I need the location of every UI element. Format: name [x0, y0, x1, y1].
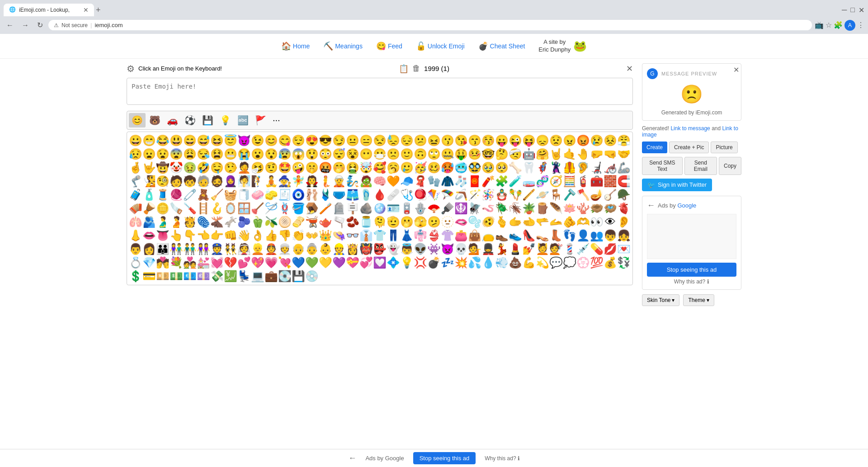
emoji-cell[interactable]: 🤬	[319, 161, 332, 175]
emoji-cell[interactable]: 🪞	[224, 202, 237, 215]
emoji-cell[interactable]: 💮	[576, 256, 590, 269]
emoji-cell[interactable]: 🪕	[604, 188, 617, 202]
emoji-cell[interactable]: 🩴	[359, 188, 373, 202]
emoji-cell[interactable]: 🤮	[346, 161, 359, 175]
emoji-cell[interactable]: 🧱	[604, 175, 617, 188]
emoji-cell[interactable]: 🧣	[414, 175, 427, 188]
emoji-cell[interactable]: 🪚	[170, 202, 183, 215]
emoji-cell[interactable]: 😍	[305, 134, 319, 147]
emoji-cell[interactable]: 🪨	[359, 202, 373, 215]
emoji-cell[interactable]: 🪟	[237, 202, 251, 215]
emoji-cell[interactable]: 🫂	[142, 215, 156, 229]
nav-cheat-sheet[interactable]: 💣 Cheat Sheet	[478, 41, 525, 51]
emoji-cell[interactable]: 🧥	[441, 175, 454, 188]
emoji-cell[interactable]: 😢	[590, 134, 604, 147]
emoji-cell[interactable]: 🫥	[441, 215, 454, 229]
emoji-cell[interactable]: 🤨	[264, 161, 278, 175]
emoji-cell[interactable]: 🦴	[509, 161, 522, 175]
emoji-cell[interactable]: 🙁	[387, 147, 400, 161]
emoji-cell[interactable]: 🧭	[549, 175, 563, 188]
paste-emoji-input[interactable]	[127, 78, 633, 105]
emoji-cell[interactable]: 🧟	[359, 175, 373, 188]
emoji-cell[interactable]: 👚	[441, 229, 454, 242]
emoji-cell[interactable]: 🧸	[197, 188, 210, 202]
emoji-cell[interactable]: 🪂	[441, 188, 454, 202]
emoji-cell[interactable]: 😵	[346, 147, 359, 161]
nav-feed[interactable]: 😋 Feed	[376, 41, 402, 51]
emoji-cell[interactable]: 🪐	[536, 188, 549, 202]
emoji-cell[interactable]: 🫴	[549, 215, 563, 229]
emoji-cell[interactable]: 🧧	[468, 175, 481, 188]
emoji-cell[interactable]: 🫔	[292, 215, 305, 229]
emoji-cell[interactable]: 🫧	[468, 215, 481, 229]
close-panel-button[interactable]: ✕	[626, 64, 633, 74]
emoji-cell[interactable]: 👑	[319, 229, 332, 242]
emoji-cell[interactable]: 👅	[156, 229, 170, 242]
emoji-cell[interactable]: 🫤	[427, 215, 441, 229]
emoji-cell[interactable]: 🫨	[481, 215, 495, 229]
url-bar[interactable]: ⚠ Not secure | iemoji.com	[48, 20, 812, 30]
emoji-cell[interactable]: 🪆	[495, 188, 509, 202]
emoji-cell[interactable]: 👈	[197, 229, 210, 242]
emoji-cell[interactable]: 👁	[604, 215, 617, 229]
active-tab[interactable]: 🌐 iEmoji.com - Lookup, ✕	[4, 4, 94, 16]
emoji-cell[interactable]: 🪑	[549, 188, 563, 202]
emoji-cell[interactable]: 🫘	[346, 215, 359, 229]
cat-tab-sports[interactable]: ⚽	[182, 113, 198, 127]
extensions-icon[interactable]: 🧩	[834, 21, 843, 29]
emoji-cell[interactable]: 💲	[129, 269, 142, 283]
emoji-cell[interactable]: 🤓	[481, 147, 495, 161]
emoji-cell[interactable]: 💵	[170, 269, 183, 283]
emoji-cell[interactable]: 🪔	[590, 188, 604, 202]
emoji-cell[interactable]: 💻	[251, 269, 264, 283]
emoji-cell[interactable]: 🪰	[468, 202, 481, 215]
emoji-cell[interactable]: 🪬	[414, 202, 427, 215]
emoji-cell[interactable]: 👬	[183, 242, 197, 256]
emoji-cell[interactable]: 🤖	[522, 147, 536, 161]
emoji-cell[interactable]: 👃	[129, 229, 142, 242]
forward-button[interactable]: →	[19, 19, 32, 31]
emoji-cell[interactable]: 👍	[264, 229, 278, 242]
emoji-cell[interactable]: 😮	[251, 147, 264, 161]
emoji-cell[interactable]: 👓	[346, 229, 359, 242]
emoji-cell[interactable]: 🦾	[617, 161, 631, 175]
emoji-cell[interactable]: 🪹	[590, 202, 604, 215]
emoji-cell[interactable]: 💏	[156, 256, 170, 269]
emoji-cell[interactable]: 👣	[563, 229, 576, 242]
back-button[interactable]: ←	[4, 19, 16, 31]
emoji-cell[interactable]: 🤥	[224, 161, 237, 175]
emoji-cell[interactable]: 💝	[346, 256, 359, 269]
send-sms-button[interactable]: Send SMS Text	[642, 157, 683, 175]
emoji-cell[interactable]: 🫁	[129, 215, 142, 229]
emoji-cell[interactable]: 😒	[373, 134, 387, 147]
cat-tab-objects[interactable]: 💾	[199, 113, 216, 127]
emoji-cell[interactable]: 🧲	[617, 175, 631, 188]
menu-icon[interactable]: ⋮	[857, 21, 864, 29]
emoji-cell[interactable]: 🪝	[210, 202, 224, 215]
emoji-cell[interactable]: 👗	[400, 229, 414, 242]
emoji-cell[interactable]: 🤚	[576, 147, 590, 161]
emoji-cell[interactable]: 🫀	[617, 202, 631, 215]
emoji-cell[interactable]: 😃	[170, 134, 183, 147]
emoji-cell[interactable]: 👭	[197, 242, 210, 256]
emoji-cell[interactable]: 💙	[292, 256, 305, 269]
emoji-cell[interactable]: 💗	[264, 256, 278, 269]
new-tab-button[interactable]: +	[96, 5, 101, 15]
emoji-cell[interactable]: 🫢	[400, 215, 414, 229]
emoji-cell[interactable]: 👄	[142, 229, 156, 242]
emoji-cell[interactable]: 💂	[481, 242, 495, 256]
emoji-cell[interactable]: 🤙	[563, 147, 576, 161]
theme-button[interactable]: Theme ▾	[683, 294, 714, 306]
emoji-cell[interactable]: 🧗	[251, 175, 264, 188]
emoji-cell[interactable]: 🧾	[278, 188, 292, 202]
emoji-cell[interactable]: 🤑	[454, 147, 468, 161]
emoji-cell[interactable]: 🧿	[292, 188, 305, 202]
emoji-cell[interactable]: 🧰	[590, 175, 604, 188]
emoji-cell[interactable]: 🤪	[292, 161, 305, 175]
emoji-cell[interactable]: 🪢	[278, 202, 292, 215]
emoji-cell[interactable]: 👛	[454, 229, 468, 242]
emoji-cell[interactable]: 💊	[590, 242, 604, 256]
emoji-cell[interactable]: 🧹	[210, 188, 224, 202]
emoji-cell[interactable]: 💸	[210, 269, 224, 283]
emoji-cell[interactable]: 🦹	[549, 161, 563, 175]
